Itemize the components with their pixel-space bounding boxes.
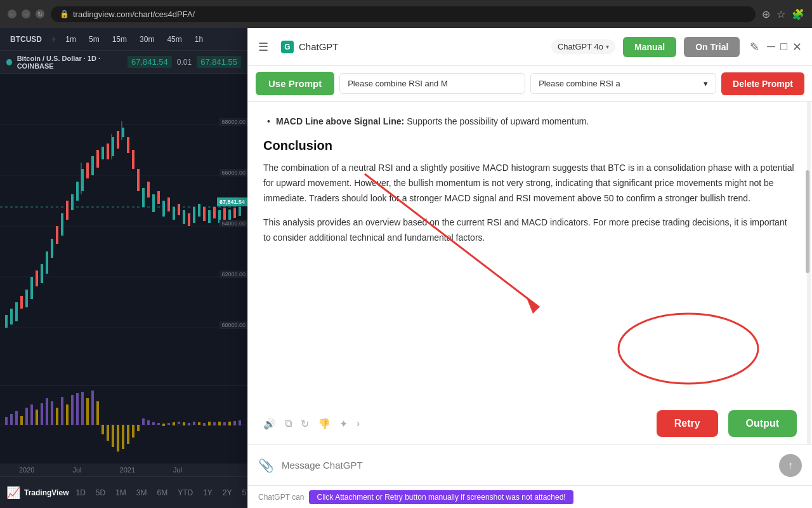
conclusion-para2: This analysis provides an overview based…	[263, 215, 797, 246]
copy-icon[interactable]: ⧉	[285, 418, 292, 429]
tf-3m[interactable]: 3M	[133, 486, 150, 499]
svg-rect-94	[193, 422, 195, 425]
star-icon[interactable]: ☆	[776, 8, 785, 20]
scroll-track[interactable]	[807, 102, 811, 444]
tf-2y[interactable]: 2Y	[219, 486, 235, 499]
status-text: ChatGPT can	[258, 493, 304, 502]
svg-rect-7	[15, 302, 18, 321]
back-button[interactable]: ←	[8, 10, 16, 18]
tf-1d[interactable]: 1D	[72, 486, 88, 499]
bullet-rest: Supports the possibility of upward momen…	[407, 116, 589, 126]
scroll-thumb[interactable]	[806, 170, 809, 273]
timeframe-15m[interactable]: 15m	[108, 33, 131, 46]
svg-rect-72	[81, 392, 84, 425]
tf-6m[interactable]: 6M	[154, 486, 171, 499]
model-selector[interactable]: ChatGPT 4o ▾	[551, 39, 615, 54]
panel-title: ChatGPT	[299, 41, 339, 52]
tf-ytd[interactable]: YTD	[174, 486, 196, 499]
svg-rect-96	[203, 423, 206, 426]
svg-rect-41	[188, 213, 190, 226]
svg-rect-89	[167, 423, 170, 425]
svg-rect-64	[41, 403, 43, 425]
svg-rect-46	[213, 207, 216, 218]
timeframe-1m[interactable]: 1m	[62, 33, 80, 46]
svg-rect-23	[96, 150, 99, 168]
price-label-5: 60000.00	[219, 321, 247, 329]
svg-rect-87	[157, 423, 160, 425]
refresh-button[interactable]: ↻	[36, 10, 44, 18]
svg-rect-58	[10, 414, 13, 425]
puzzle-icon[interactable]: 🧩	[792, 8, 804, 20]
output-button[interactable]: Output	[728, 410, 797, 437]
svg-rect-44	[203, 207, 206, 221]
trial-button[interactable]: On Trial	[684, 37, 740, 57]
minimize-icon[interactable]: ─	[767, 40, 775, 53]
tradingview-text: TradingView	[24, 488, 69, 497]
svg-rect-102	[233, 421, 236, 425]
svg-rect-81	[127, 425, 129, 444]
address-bar[interactable]: 🔒 tradingview.com/chart/ces4dPFA/	[51, 6, 756, 22]
symbol-dot	[6, 59, 12, 65]
tf-1m[interactable]: 1M	[112, 486, 129, 499]
svg-rect-21	[86, 163, 89, 178]
use-prompt-button[interactable]: Use Prompt	[256, 72, 334, 95]
date-jul1: Jul	[72, 466, 81, 474]
svg-rect-73	[86, 398, 89, 425]
prompt-input[interactable]	[339, 73, 525, 94]
maximize-icon[interactable]: □	[780, 40, 787, 53]
svg-rect-103	[239, 420, 241, 425]
timeframe-1h[interactable]: 1h	[191, 33, 207, 46]
svg-rect-48	[223, 208, 226, 220]
svg-rect-5	[5, 315, 8, 328]
tf-5y[interactable]: 5Y	[239, 486, 247, 499]
svg-rect-25	[107, 144, 109, 159]
svg-rect-93	[188, 423, 190, 425]
tf-5d[interactable]: 5D	[93, 486, 108, 499]
refresh-icon[interactable]: ↻	[301, 418, 309, 430]
svg-rect-78	[112, 425, 114, 447]
chart-dates: 2020 Jul 2021 Jul	[0, 464, 247, 476]
indicator-area	[0, 385, 247, 464]
prompt-dropdown[interactable]: Please combine RSI a ▾	[530, 73, 716, 94]
svg-rect-88	[162, 424, 165, 426]
timeframe-5m[interactable]: 5m	[85, 33, 103, 46]
tf-1y[interactable]: 1Y	[200, 486, 216, 499]
status-bar: ChatGPT can Click Attachment or Retry bu…	[248, 485, 812, 508]
svg-rect-38	[173, 207, 175, 220]
edit-icon[interactable]: ✎	[750, 40, 759, 54]
svg-rect-90	[173, 422, 175, 425]
svg-rect-65	[46, 398, 48, 425]
message-input[interactable]	[282, 460, 771, 471]
chat-content: MACD Line above Signal Line: Supports th…	[248, 102, 812, 405]
extension-icon[interactable]: ⊕	[762, 8, 770, 20]
browser-bar: ← → ↻ 🔒 tradingview.com/chart/ces4dPFA/ …	[0, 0, 812, 28]
volume-icon[interactable]: 🔊	[263, 418, 276, 430]
svg-rect-51	[239, 207, 241, 216]
icon-bar: 🔊 ⧉ ↻ 👎 ✦ ›	[263, 418, 646, 430]
more-icon[interactable]: ›	[357, 418, 360, 429]
send-button[interactable]: ↑	[779, 454, 802, 477]
svg-rect-91	[178, 422, 180, 424]
manual-button[interactable]: Manual	[623, 37, 676, 57]
timeframe-30m[interactable]: 30m	[136, 33, 158, 46]
btcusd-symbol[interactable]: BTCUSD	[6, 33, 46, 46]
bullet-macd: MACD Line above Signal Line: Supports th…	[263, 114, 797, 128]
delete-prompt-button[interactable]: Delete Prompt	[721, 72, 804, 95]
attach-icon[interactable]: 📎	[258, 458, 274, 473]
svg-rect-71	[76, 393, 79, 425]
menu-icon[interactable]: ☰	[258, 40, 268, 54]
price-chart-svg	[0, 74, 247, 385]
svg-rect-69	[66, 404, 69, 425]
price-label-4: 62000.00	[219, 271, 247, 278]
thumbs-down-icon[interactable]: 👎	[318, 418, 331, 430]
conclusion-heading: Conclusion	[263, 138, 797, 153]
chart-canvas: 68000.00 66000.00 64000.00 62000.00 6000…	[0, 74, 247, 385]
close-icon[interactable]: ✕	[792, 40, 802, 54]
timeframe-45m[interactable]: 45m	[163, 33, 185, 46]
svg-rect-14	[51, 239, 53, 258]
svg-rect-30	[132, 150, 134, 169]
forward-button[interactable]: →	[22, 10, 30, 18]
retry-button[interactable]: Retry	[657, 410, 718, 437]
svg-rect-100	[223, 422, 226, 425]
share-icon[interactable]: ✦	[339, 418, 348, 430]
